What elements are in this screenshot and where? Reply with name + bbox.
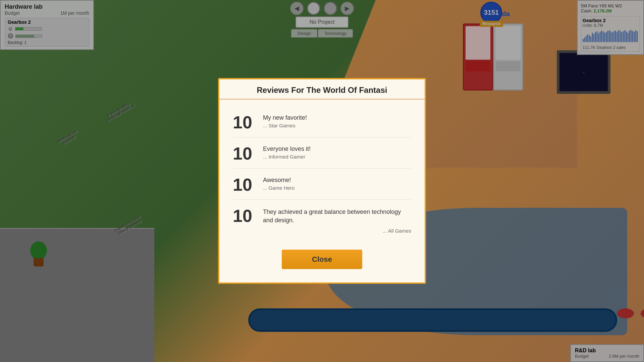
review-score-1: 10 bbox=[233, 112, 256, 131]
review-score-3: 10 bbox=[233, 175, 256, 193]
review-text-1: My new favorite! ... Star Games bbox=[263, 112, 307, 128]
review-text-2: Everyone loves it! ... Informed Gamer bbox=[263, 143, 311, 160]
review-item-3: 10 Awesome! ... Game Hero bbox=[233, 169, 411, 200]
close-button[interactable]: Close bbox=[282, 250, 362, 269]
review-score-4: 10 bbox=[233, 206, 256, 225]
reviews-modal: Reviews For The World Of Fantasi 10 My n… bbox=[218, 78, 426, 284]
review-item-1: 10 My new favorite! ... Star Games bbox=[233, 106, 411, 137]
review-text-4: They achieved a great balance between te… bbox=[263, 206, 411, 234]
review-item-2: 10 Everyone loves it! ... Informed Gamer bbox=[233, 137, 411, 169]
review-item-4: 10 They achieved a great balance between… bbox=[233, 200, 411, 240]
modal-header: Reviews For The World Of Fantasi bbox=[219, 79, 425, 100]
review-score-2: 10 bbox=[233, 143, 256, 162]
modal-title: Reviews For The World Of Fantasi bbox=[226, 85, 418, 95]
review-text-3: Awesome! ... Game Hero bbox=[263, 175, 294, 191]
reviews-list: 10 My new favorite! ... Star Games 10 Ev… bbox=[219, 100, 425, 246]
